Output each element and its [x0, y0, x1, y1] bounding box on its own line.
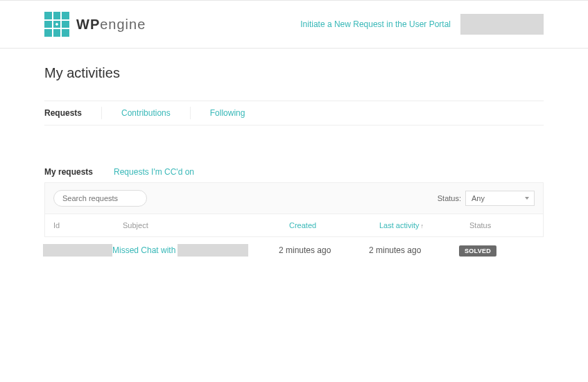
header-placeholder-box [460, 14, 544, 35]
new-request-link[interactable]: Initiate a New Request in the User Porta… [300, 19, 451, 29]
logo-icon [44, 12, 69, 37]
status-label: Status: [438, 194, 461, 202]
row-subject-link[interactable]: Missed Chat with [112, 245, 175, 255]
tab-contributions[interactable]: Contributions [121, 101, 171, 125]
th-id[interactable]: Id [53, 221, 123, 229]
status-select[interactable]: Any [465, 191, 535, 206]
search-input[interactable] [53, 190, 147, 207]
row-subject-placeholder [178, 244, 248, 257]
table-header: Id Subject Created Last activity↑ Status [44, 214, 544, 237]
page-title: My activities [44, 49, 544, 101]
logo[interactable]: WPengine [44, 12, 146, 37]
th-created[interactable]: Created [289, 221, 379, 229]
subtabs: My requests Requests I'm CC'd on [44, 167, 544, 182]
tab-requests[interactable]: Requests [44, 101, 82, 125]
row-id-placeholder [43, 244, 112, 257]
th-last-activity[interactable]: Last activity↑ [379, 221, 469, 229]
header: WPengine Initiate a New Request in the U… [44, 1, 544, 48]
row-created: 2 minutes ago [279, 245, 369, 255]
th-status[interactable]: Status [469, 221, 525, 229]
sort-up-icon: ↑ [420, 223, 424, 229]
row-last-activity: 2 minutes ago [369, 245, 459, 255]
logo-engine: engine [100, 17, 146, 32]
logo-text: WPengine [76, 17, 146, 33]
logo-wp: WP [76, 17, 100, 32]
subtab-my-requests[interactable]: My requests [44, 167, 93, 177]
subtab-ccd[interactable]: Requests I'm CC'd on [114, 167, 194, 177]
filter-panel: Status: Any [44, 182, 544, 214]
th-last-activity-label: Last activity [379, 221, 419, 229]
table-row: Missed Chat with 2 minutes ago 2 minutes… [44, 237, 544, 263]
th-subject[interactable]: Subject [123, 221, 289, 229]
tabs: Requests Contributions Following [44, 101, 544, 125]
status-badge: SOLVED [459, 245, 496, 257]
tab-following[interactable]: Following [210, 101, 245, 125]
